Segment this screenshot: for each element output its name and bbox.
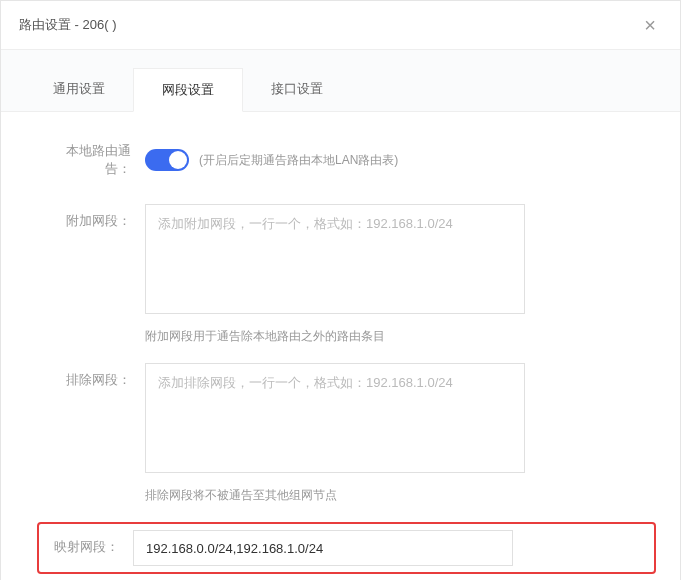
exclude-segment-field: 排除网段将不被通告至其他组网节点: [145, 363, 636, 504]
local-route-advert-toggle[interactable]: [145, 149, 189, 171]
exclude-segment-label: 排除网段：: [45, 363, 145, 389]
route-settings-dialog: 路由设置 - 206( ) × 通用设置 网段设置 接口设置 本地路由通告： (…: [0, 0, 681, 580]
dialog-header: 路由设置 - 206( ) ×: [1, 1, 680, 50]
dialog-title: 路由设置 - 206( ): [19, 16, 117, 34]
tab-content: 本地路由通告： (开启后定期通告路由本地LAN路由表) 附加网段： 附加网段用于…: [1, 112, 680, 580]
local-route-advert-hint: (开启后定期通告路由本地LAN路由表): [199, 152, 398, 169]
additional-segment-label: 附加网段：: [45, 204, 145, 230]
mapping-segment-input[interactable]: [133, 530, 513, 566]
tab-network[interactable]: 网段设置: [133, 68, 243, 112]
mapping-segment-row: 映射网段：: [39, 530, 648, 566]
exclude-segment-textarea[interactable]: [145, 363, 525, 473]
mapping-segment-highlight: 映射网段：: [37, 522, 656, 574]
mapping-segment-field: [133, 530, 648, 566]
close-icon[interactable]: ×: [638, 13, 662, 37]
local-route-advert-label: 本地路由通告：: [45, 142, 145, 178]
additional-segment-row: 附加网段： 附加网段用于通告除本地路由之外的路由条目: [45, 204, 636, 345]
tab-interface[interactable]: 接口设置: [243, 68, 351, 111]
additional-segment-field: 附加网段用于通告除本地路由之外的路由条目: [145, 204, 636, 345]
exclude-segment-row: 排除网段： 排除网段将不被通告至其他组网节点: [45, 363, 636, 504]
additional-segment-help: 附加网段用于通告除本地路由之外的路由条目: [145, 328, 525, 345]
exclude-segment-help: 排除网段将不被通告至其他组网节点: [145, 487, 525, 504]
local-route-advert-field: (开启后定期通告路由本地LAN路由表): [145, 149, 636, 171]
local-route-advert-row: 本地路由通告： (开启后定期通告路由本地LAN路由表): [45, 142, 636, 178]
mapping-segment-label: 映射网段：: [39, 530, 133, 556]
tab-general[interactable]: 通用设置: [25, 68, 133, 111]
additional-segment-textarea[interactable]: [145, 204, 525, 314]
tabs-bar: 通用设置 网段设置 接口设置: [1, 50, 680, 112]
